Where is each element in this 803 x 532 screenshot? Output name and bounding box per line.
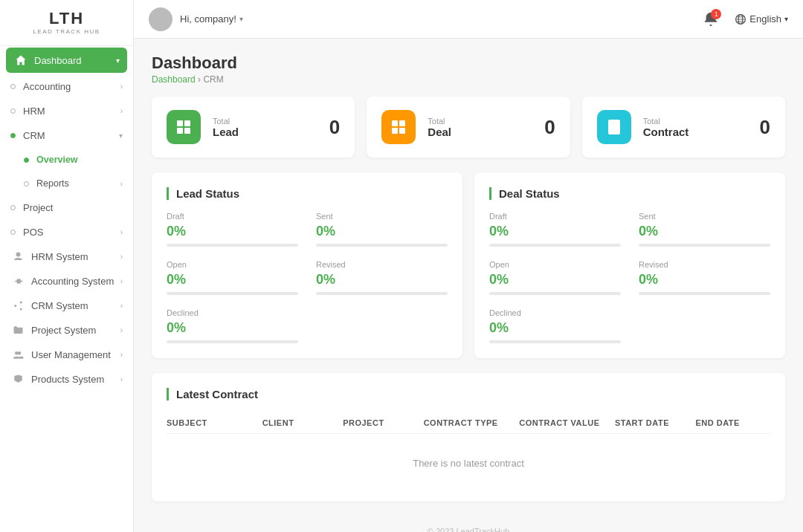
lead-card-info: Total Lead xyxy=(213,117,329,138)
chevron-right-icon: › xyxy=(120,107,123,115)
crm-system-label: CRM System xyxy=(31,300,88,311)
share-icon xyxy=(10,300,25,311)
sidebar-item-user-management[interactable]: User Management › xyxy=(0,343,133,367)
sidebar: LTH LEAD TRACK HUB Dashboard ▾ Accountin… xyxy=(0,0,134,532)
chevron-right-icon: › xyxy=(120,326,123,334)
svg-rect-10 xyxy=(184,128,190,134)
svg-rect-11 xyxy=(392,120,398,126)
svg-rect-12 xyxy=(399,120,405,126)
svg-point-4 xyxy=(156,12,165,21)
logo-text: LTH xyxy=(49,10,84,27)
deal-card-icon xyxy=(381,110,416,144)
hrm-system-label: HRM System xyxy=(31,251,88,262)
lead-status-open: Open 0% xyxy=(167,260,298,295)
sidebar-item-project[interactable]: Project xyxy=(0,195,133,220)
sidebar-item-reports[interactable]: Reports › xyxy=(0,172,133,195)
chevron-down-icon: ▾ xyxy=(116,56,120,65)
notification-button[interactable]: 1 xyxy=(699,7,723,31)
chevron-down-icon: ▾ xyxy=(239,15,243,23)
sidebar-item-overview[interactable]: Overview xyxy=(0,148,133,172)
lead-card: Total Lead 0 xyxy=(152,97,355,158)
dashboard-label: Dashboard xyxy=(34,55,82,66)
lead-status-title: Lead Status xyxy=(167,187,448,200)
deal-card: Total Deal 0 xyxy=(367,97,570,158)
svg-rect-9 xyxy=(177,128,183,134)
sidebar-item-accounting-system[interactable]: Accounting System › xyxy=(0,269,133,293)
deal-card-label: Total xyxy=(428,117,544,126)
project-system-label: Project System xyxy=(31,325,96,336)
chevron-down-icon: ▾ xyxy=(784,15,788,23)
breadcrumb-home: Dashboard xyxy=(152,74,196,85)
chevron-right-icon: › xyxy=(120,228,123,236)
chevron-right-icon: › xyxy=(120,351,123,359)
folder-icon xyxy=(10,325,25,336)
chevron-down-icon: ▾ xyxy=(119,132,123,140)
project-label: Project xyxy=(23,202,53,213)
pos-label: POS xyxy=(23,227,43,238)
deal-status-declined: Declined 0% xyxy=(489,308,621,343)
deal-status-title: Deal Status xyxy=(489,187,770,200)
chevron-right-icon: › xyxy=(120,375,123,383)
svg-rect-15 xyxy=(608,120,620,134)
svg-rect-14 xyxy=(399,128,405,134)
topnav-left: Hi, company! ▾ xyxy=(149,7,243,31)
table-header: Subject Client Project Contract Type Con… xyxy=(167,412,770,434)
sidebar-item-hrm-system[interactable]: HRM System › xyxy=(0,244,133,269)
contract-card-info: Total Contract xyxy=(643,117,760,138)
dot-green-icon xyxy=(24,158,29,163)
crm-label: CRM xyxy=(23,130,45,141)
logo: LTH LEAD TRACK HUB xyxy=(0,0,133,46)
page-title: Dashboard xyxy=(152,53,785,73)
contract-card-label: Total xyxy=(643,117,760,126)
sidebar-item-crm[interactable]: CRM ▾ xyxy=(0,123,133,148)
lead-status-grid: Draft 0% Sent 0% Open 0% xyxy=(167,212,448,343)
breadcrumb: Dashboard › CRM xyxy=(152,74,785,85)
deal-card-info: Total Deal xyxy=(428,117,544,138)
dot-green-icon xyxy=(10,133,16,138)
lead-status-revised: Revised 0% xyxy=(316,260,448,295)
deal-status-open: Open 0% xyxy=(489,260,621,295)
latest-contract-section: Latest Contract Subject Client Project C… xyxy=(152,373,785,502)
lead-status-draft: Draft 0% xyxy=(167,212,298,247)
topnav: Hi, company! ▾ 1 English ▾ xyxy=(134,0,803,39)
col-contract-type: Contract Type xyxy=(424,418,514,427)
deal-status-grid: Draft 0% Sent 0% Open 0% xyxy=(489,212,770,343)
summary-cards: Total Lead 0 Total Deal 0 xyxy=(152,97,785,158)
col-contract-value: Contract Value xyxy=(519,418,609,427)
user-management-label: User Management xyxy=(31,349,111,360)
deal-card-name: Deal xyxy=(428,126,544,138)
chevron-right-icon: › xyxy=(120,302,123,310)
col-project: Project xyxy=(343,418,418,427)
sidebar-item-project-system[interactable]: Project System › xyxy=(0,318,133,343)
users-icon xyxy=(10,349,25,360)
sidebar-item-crm-system[interactable]: CRM System › xyxy=(0,293,133,318)
col-end-date: End Date xyxy=(695,418,770,427)
contract-card: Total Contract 0 xyxy=(582,97,785,158)
table-empty-message: There is no latest contract xyxy=(167,440,770,487)
chevron-right-icon: › xyxy=(120,253,123,261)
status-row: Lead Status Draft 0% Sent 0% Open 0% xyxy=(152,172,785,358)
svg-point-2 xyxy=(19,308,22,311)
sidebar-item-products-system[interactable]: Products System › xyxy=(0,367,133,392)
deal-status-revised: Revised 0% xyxy=(639,260,770,295)
lead-status-declined: Declined 0% xyxy=(167,308,298,343)
sidebar-item-dashboard[interactable]: Dashboard ▾ xyxy=(6,48,127,73)
sidebar-item-accounting[interactable]: Accounting › xyxy=(0,74,133,99)
svg-rect-13 xyxy=(392,128,398,134)
svg-point-3 xyxy=(14,305,16,307)
svg-rect-8 xyxy=(184,120,190,126)
language-button[interactable]: English ▾ xyxy=(735,13,788,25)
svg-rect-7 xyxy=(177,120,183,126)
chevron-right-icon: › xyxy=(120,277,123,285)
reports-label: Reports xyxy=(36,178,69,189)
home-icon xyxy=(13,54,28,66)
lead-card-label: Total xyxy=(213,117,329,126)
avatar xyxy=(149,7,172,31)
sidebar-item-pos[interactable]: POS › xyxy=(0,220,133,244)
sidebar-item-hrm[interactable]: HRM › xyxy=(0,99,133,123)
products-system-label: Products System xyxy=(31,374,104,385)
chevron-right-icon: › xyxy=(120,180,123,188)
user-greeting: Hi, company! ▾ xyxy=(180,13,243,25)
contract-card-value: 0 xyxy=(760,116,770,139)
hrm-label: HRM xyxy=(23,106,45,117)
